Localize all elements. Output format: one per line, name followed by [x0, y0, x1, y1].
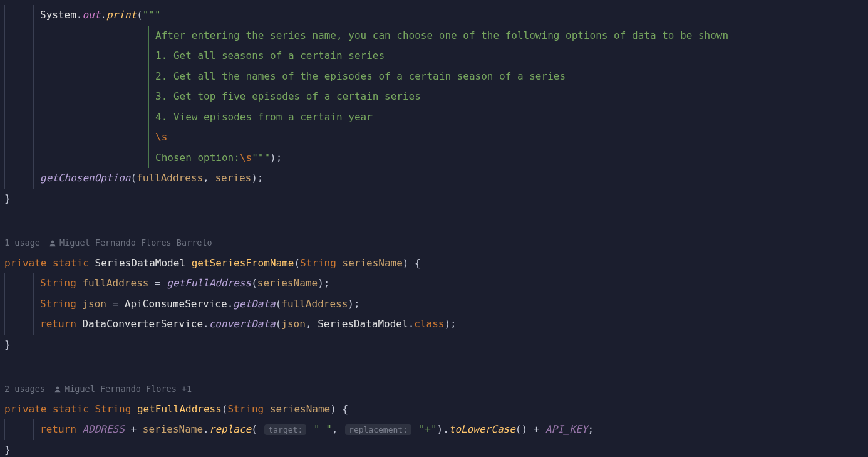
blank-line[interactable] — [0, 209, 868, 229]
param-hint: target: — [264, 424, 306, 435]
string-content: 1. Get all seasons of a certain series — [155, 50, 385, 61]
code-line[interactable]: 1. Get all seasons of a certain series — [0, 46, 868, 66]
code-line[interactable]: String json = ApiConsumeService.getData(… — [0, 294, 868, 315]
variable: series — [215, 172, 251, 184]
comma: , — [332, 423, 344, 435]
variable: seriesName — [143, 423, 203, 435]
author-annotation[interactable]: Miguel Fernando Flores +1 — [54, 379, 192, 399]
paren: ) — [251, 172, 257, 184]
semicolon: ; — [587, 423, 594, 435]
dot: . — [100, 9, 106, 21]
blank-line[interactable] — [0, 355, 868, 376]
code-line[interactable]: getChosenOption(fullAddress, series); — [0, 168, 868, 189]
constant: API_KEY — [545, 423, 587, 435]
operator: = — [148, 277, 167, 289]
keyword: return — [40, 423, 76, 435]
paren: ( — [137, 9, 143, 21]
dot: . — [408, 318, 415, 330]
type: String — [40, 277, 76, 289]
semicolon: ; — [257, 172, 264, 184]
svg-point-1 — [56, 386, 59, 389]
code-line[interactable]: } — [0, 440, 868, 458]
operator: + — [527, 423, 545, 435]
class-ref: System — [40, 9, 76, 21]
code-line[interactable]: System.out.print(""" — [0, 5, 868, 26]
close-brace: } — [4, 339, 11, 350]
dot: . — [443, 423, 449, 435]
inlay-hints: 2 usages Miguel Fernando Flores +1 — [0, 381, 868, 398]
code-line[interactable]: \s — [0, 127, 868, 148]
paren: ( — [276, 298, 282, 310]
string-content: Chosen option: — [155, 152, 240, 164]
class-ref: SeriesDataModel — [318, 318, 408, 330]
keyword: static — [53, 403, 89, 415]
string-literal: """ — [143, 9, 161, 21]
comma: , — [203, 172, 215, 184]
author-name: Miguel Fernando Flores Barreto — [59, 233, 212, 253]
string-literal: """ — [252, 152, 270, 164]
class-ref: DataConverterService — [82, 318, 203, 330]
method-name: getSeriesFromName — [192, 257, 294, 269]
keyword: private — [4, 257, 46, 269]
code-line[interactable]: Chosen option:\s"""); — [0, 148, 868, 169]
string-content: 3. Get top five episodes of a certain se… — [155, 90, 421, 102]
variable: fullAddress — [281, 298, 348, 310]
code-line[interactable]: } — [0, 335, 868, 355]
method-call: getData — [233, 298, 275, 310]
person-icon — [54, 386, 61, 393]
class-ref: ApiConsumeService — [125, 298, 227, 310]
code-line[interactable]: 4. View episodes from a certain year — [0, 107, 868, 128]
method-call: getFullAddress — [167, 277, 251, 289]
close-brace: } — [4, 444, 11, 456]
usage-count[interactable]: 2 usages — [4, 379, 45, 399]
code-line[interactable]: 3. Get top five episodes of a certain se… — [0, 87, 868, 107]
author-name: Miguel Fernando Flores +1 — [65, 379, 192, 399]
method-call: convertData — [209, 318, 276, 330]
method-call: toLowerCase — [449, 423, 515, 435]
string-content: 2. Get all the names of the episodes of … — [155, 70, 566, 82]
parameter: seriesName — [343, 257, 403, 269]
paren: ( — [294, 257, 300, 269]
code-line[interactable]: 2. Get all the names of the episodes of … — [0, 66, 868, 87]
person-icon — [49, 239, 56, 247]
variable: fullAddress — [82, 277, 148, 289]
constant: ADDRESS — [82, 423, 124, 435]
code-line[interactable]: private static SeriesDataModel getSeries… — [0, 253, 868, 274]
close-brace: } — [4, 192, 11, 204]
code-line[interactable]: String fullAddress = getFullAddress(seri… — [0, 273, 868, 294]
paren: ) — [330, 403, 336, 415]
variable: seriesName — [257, 277, 318, 289]
paren: ) — [348, 298, 354, 310]
code-editor[interactable]: System.out.print(""" After entering the … — [0, 5, 868, 457]
variable: fullAddress — [137, 172, 203, 184]
code-line[interactable]: private static String getFullAddress(Str… — [0, 399, 868, 420]
usage-count[interactable]: 1 usage — [4, 233, 40, 253]
type: String — [40, 298, 76, 310]
field-ref: out — [82, 9, 100, 21]
variable: json — [82, 298, 106, 310]
paren: ) — [437, 423, 443, 435]
string-literal: "+" — [419, 423, 437, 435]
type: String — [227, 403, 264, 415]
paren: ( — [251, 423, 257, 435]
code-line[interactable]: } — [0, 189, 868, 209]
paren: ( — [222, 403, 228, 415]
parameter: seriesName — [270, 403, 330, 415]
semicolon: ; — [450, 318, 457, 330]
method-call: replace — [209, 423, 251, 435]
semicolon: ; — [354, 298, 360, 310]
operator: = — [106, 298, 125, 310]
paren: ) — [444, 318, 450, 330]
author-annotation[interactable]: Miguel Fernando Flores Barreto — [49, 233, 212, 253]
paren: ( — [515, 423, 522, 435]
code-line[interactable]: return DataConverterService.convertData(… — [0, 314, 868, 335]
code-line[interactable]: return ADDRESS + seriesName.replace( tar… — [0, 419, 868, 440]
paren: ) — [318, 277, 324, 289]
paren: ( — [131, 172, 137, 184]
dot: . — [76, 9, 83, 21]
brace: { — [408, 257, 420, 269]
inlay-hints: 1 usage Miguel Fernando Flores Barreto — [0, 234, 868, 252]
escape-char: \s — [155, 131, 167, 143]
semicolon: ; — [324, 277, 330, 289]
code-line[interactable]: After entering the series name, you can … — [0, 26, 868, 46]
